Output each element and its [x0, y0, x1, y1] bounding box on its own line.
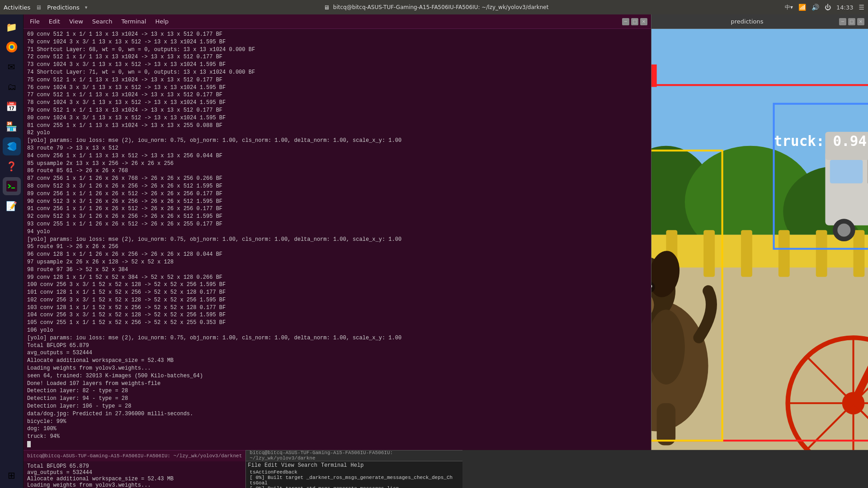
mini-menu-terminal[interactable]: Terminal [321, 462, 347, 469]
term-line-27: [yolo] params: iou loss: mse (2), iou_no… [27, 236, 647, 244]
term-line-0: 69 conv 512 1 x 1/ 1 13 x 13 x1024 -> 13… [27, 31, 647, 38]
term-line-3: 72 conv 512 1 x 1/ 1 13 x 13 x1024 -> 13… [27, 53, 647, 61]
svg-rect-50 [657, 403, 675, 445]
mini-terminal-header: bitcq@bitcq-ASUS-TUF-Gaming-A15-FA506IU-… [246, 450, 462, 461]
term-line-5: 74 Shortcut Layer: 71, wt = 0, wn = 0, o… [27, 69, 647, 76]
term-line-6: 75 conv 512 1 x 1/ 1 13 x 13 x1024 -> 13… [27, 76, 647, 84]
term-line-14: [yolo] params: iou loss: mse (2), iou_no… [27, 137, 647, 145]
apps-grid-icon[interactable]: ⊞ [3, 466, 21, 484]
term-line-35: 102 conv 256 3 x 3/ 1 52 x 52 x 128 -> 5… [27, 296, 647, 304]
svg-text:truck: 0.94: truck: 0.94 [774, 133, 867, 149]
term-line-19: 87 conv 256 1 x 1/ 1 26 x 26 x 768 -> 26… [27, 175, 647, 183]
help-icon[interactable]: ❓ [3, 157, 21, 175]
term-line-28: 95 route 91 -> 26 x 26 x 256 [27, 243, 647, 251]
term-line-48: Detection layer: 94 - type = 28 [27, 395, 647, 403]
term-line-41: Total BFLOPS 65.879 [27, 342, 647, 350]
bottom-term-line-2: Allocate additional workspace_size = 52.… [27, 476, 242, 482]
prediction-window-controls: − □ × [839, 18, 864, 25]
prediction-maximize-button[interactable]: □ [848, 18, 855, 25]
close-button[interactable]: × [640, 18, 647, 25]
mini-menu-help[interactable]: Help [351, 462, 364, 469]
term-line-17: 85 upsample 2x 13 x 13 x 256 -> 26 x 26 … [27, 160, 647, 168]
svg-rect-23 [741, 230, 752, 277]
mini-term-line-0: tsActionFeedback [250, 469, 459, 475]
files-icon[interactable]: 📁 [3, 18, 21, 36]
terminal-dock-icon[interactable] [3, 177, 21, 195]
svg-point-2 [10, 45, 14, 49]
term-line-21: 89 conv 256 1 x 1/ 1 26 x 26 x 512 -> 26… [27, 190, 647, 198]
term-line-26: 94 yolo [27, 228, 647, 236]
term-line-43: Allocate additional workspace_size = 52.… [27, 357, 647, 365]
term-line-42: avg_outputs = 532444 [27, 349, 647, 357]
mini-term-line-2: tsGoal [250, 480, 459, 486]
prediction-window-header: predictions − □ × [651, 14, 868, 29]
terminal-menu-terminal[interactable]: Terminal [118, 17, 149, 26]
term-cursor-line [27, 441, 647, 448]
mini-menu-file[interactable]: File [248, 462, 261, 469]
term-line-13: 82 yolo [27, 129, 647, 137]
term-line-25: 93 conv 255 1 x 1/ 1 26 x 26 x 512 -> 26… [27, 221, 647, 228]
terminal-menu-edit[interactable]: Edit [46, 17, 63, 26]
term-line-53: truck: 94% [27, 433, 647, 441]
window-title: bitcq@bitcq-ASUS-TUF-Gaming-A15-FA506IU-… [333, 4, 549, 10]
term-line-40: [yolo] params: iou loss: mse (2), iou_no… [27, 334, 647, 342]
term-line-38: 105 conv 255 1 x 1/ 1 52 x 52 x 256 -> 5… [27, 319, 647, 327]
calendar-icon[interactable]: 📅 [3, 98, 21, 116]
svg-rect-26 [854, 230, 865, 277]
term-line-51: bicycle: 99% [27, 418, 647, 426]
bottom-term-line-1: avg_outputs = 532444 [27, 469, 242, 476]
vscode-icon[interactable] [3, 137, 21, 155]
firefox-icon[interactable] [3, 38, 21, 56]
terminal-menu-file[interactable]: File [27, 17, 42, 26]
bottom-term-line-3: Loading weights from yolov3.weights... [27, 482, 242, 488]
term-line-50: data/dog.jpg: Predicted in 27.396000 mil… [27, 410, 647, 418]
svg-rect-17 [651, 235, 868, 267]
svg-rect-70 [651, 65, 657, 87]
term-line-9: 78 conv 1024 3 x 3/ 1 13 x 13 x 512 -> 1… [27, 99, 647, 107]
svg-rect-22 [703, 230, 715, 277]
term-line-36: 103 conv 128 1 x 1/ 1 52 x 52 x 256 -> 5… [27, 304, 647, 312]
term-line-23: 91 conv 256 1 x 1/ 1 26 x 26 x 512 -> 26… [27, 205, 647, 213]
term-line-45: seen 64, trained: 32013 K-images (500 Ki… [27, 372, 647, 380]
mini-menu-view[interactable]: View [281, 462, 294, 469]
terminal-menu-search[interactable]: Search [90, 17, 115, 26]
mail-icon[interactable]: ✉ [3, 58, 21, 76]
term-line-46: Done! Loaded 107 layers from weights-fil… [27, 380, 647, 388]
menu-icon[interactable]: ☰ [859, 4, 864, 11]
prediction-minimize-button[interactable]: − [839, 18, 846, 25]
terminal-menu-view[interactable]: View [66, 17, 86, 26]
term-line-7: 76 conv 1024 3 x 3/ 1 13 x 13 x 512 -> 1… [27, 84, 647, 92]
term-line-39: 106 yolo [27, 327, 647, 334]
term-line-49: Detection layer: 106 - type = 28 [27, 403, 647, 410]
mini-menu-search[interactable]: Search [298, 462, 317, 469]
text-editor-icon[interactable]: 📝 [3, 197, 21, 215]
terminal-output[interactable]: 69 conv 512 1 x 1/ 1 13 x 13 x1024 -> 13… [24, 29, 651, 450]
term-line-15: 83 route 79 -> 13 x 13 x 512 [27, 145, 647, 152]
software-icon[interactable]: 🏪 [3, 117, 21, 136]
term-line-34: 101 conv 128 1 x 1/ 1 52 x 52 x 256 -> 5… [27, 289, 647, 296]
app-title[interactable]: Predictions [47, 4, 79, 11]
folder-icon[interactable]: 🗂 [3, 78, 21, 96]
term-line-30: 97 upsample 2x 26 x 26 x 128 -> 52 x 52 … [27, 258, 647, 266]
topbar-right: 中▾ 📶 🔊 ⏻ 14:33 ☰ [785, 4, 864, 11]
language-indicator[interactable]: 中▾ [785, 4, 793, 11]
term-line-22: 90 conv 512 3 x 3/ 1 26 x 26 x 256 -> 26… [27, 198, 647, 206]
term-line-20: 88 conv 512 3 x 3/ 1 26 x 26 x 256 -> 26… [27, 183, 647, 190]
term-line-2: 71 Shortcut Layer: 68, wt = 0, wn = 0, o… [27, 46, 647, 54]
topbar: Activities 🖥 Predictions ▾ 🖥 bitcq@bitcq… [0, 0, 868, 14]
term-line-16: 84 conv 256 1 x 1/ 1 13 x 13 x 512 -> 13… [27, 152, 647, 160]
prediction-close-button[interactable]: × [857, 18, 864, 25]
mini-menu-edit[interactable]: Edit [264, 462, 278, 469]
datetime: 14:33 [836, 4, 853, 11]
activities-button[interactable]: Activities [4, 4, 30, 11]
term-line-11: 80 conv 1024 3 x 3/ 1 13 x 13 x 512 -> 1… [27, 114, 647, 122]
term-line-33: 100 conv 256 3 x 3/ 1 52 x 52 x 128 -> 5… [27, 281, 647, 289]
svg-point-33 [837, 224, 850, 237]
maximize-button[interactable]: □ [631, 18, 638, 25]
network-icon: 📶 [798, 4, 806, 11]
terminal-menu-help[interactable]: Help [152, 17, 171, 26]
term-line-18: 86 route 85 61 -> 26 x 26 x 768 [27, 167, 647, 175]
topbar-center: 🖥 bitcq@bitcq-ASUS-TUF-Gaming-A15-FA506I… [324, 4, 549, 11]
mini-term-line-1: [ 0%] Built target _darknet_ros_msgs_gen… [250, 475, 459, 480]
minimize-button[interactable]: − [622, 18, 629, 25]
